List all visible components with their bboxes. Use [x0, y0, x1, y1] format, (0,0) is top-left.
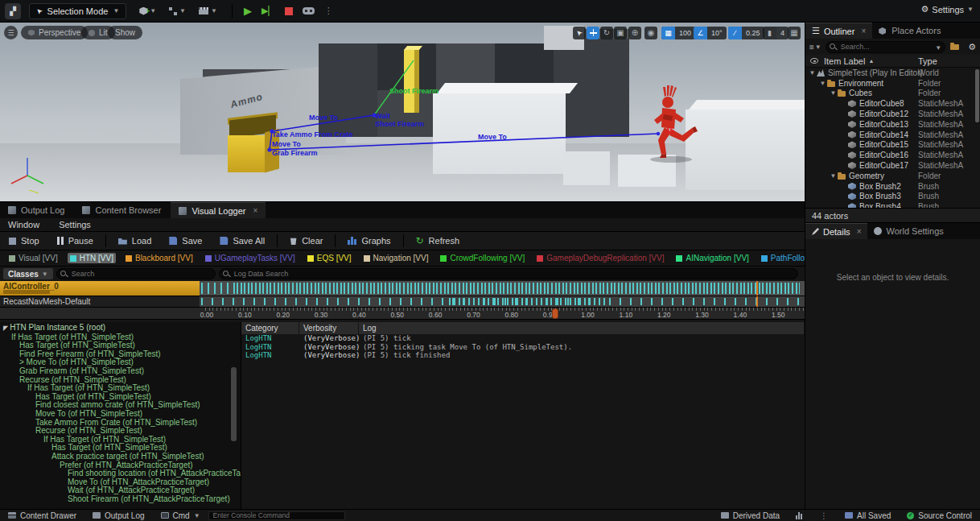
- col-log[interactable]: Log: [359, 322, 805, 334]
- category-toggle[interactable]: HTN [VV]: [68, 253, 116, 263]
- timeline-playhead[interactable]: [756, 296, 758, 307]
- editor-settings-dropdown[interactable]: ⚙ Settings ▼: [920, 4, 974, 14]
- show-dropdown[interactable]: Show: [108, 26, 142, 39]
- outliner-row[interactable]: ▼GeometryFolder: [805, 171, 980, 181]
- outliner-row[interactable]: ▼EnvironmentFolder: [805, 78, 980, 89]
- outliner-filter-button[interactable]: ≡▼: [808, 43, 823, 52]
- outliner-row[interactable]: EditorCube8StaticMeshA: [805, 98, 980, 109]
- stop-button[interactable]: Stop: [0, 232, 48, 250]
- surface-snap-button[interactable]: ◉: [644, 27, 657, 39]
- camera-speed-control[interactable]: ▮ 4: [763, 27, 789, 39]
- outliner-row[interactable]: EditorCube16StaticMeshA: [805, 150, 980, 160]
- source-control-button[interactable]: ✓ Source Control: [899, 510, 980, 521]
- derived-data-button[interactable]: Derived Data: [713, 510, 788, 521]
- cinematics-button[interactable]: ▼: [199, 7, 217, 14]
- category-toggle[interactable]: AINavigation [VV]: [673, 253, 751, 263]
- tab-world-settings[interactable]: World Settings: [867, 223, 949, 239]
- expander-icon[interactable]: ▼: [809, 69, 816, 76]
- htn-plan-node[interactable]: Shoot Firearm (of HTN_AttackPracticeTarg…: [0, 495, 241, 504]
- maximize-viewport-button[interactable]: ▦: [788, 27, 801, 39]
- expander-icon[interactable]: ▼: [819, 80, 826, 87]
- timeline-row-aicontroller[interactable]: AIController_0: [0, 281, 805, 296]
- outliner-row[interactable]: EditorCube13StaticMeshA: [805, 119, 980, 130]
- play-options-kebab[interactable]: ⋮: [324, 6, 334, 16]
- play-button[interactable]: ▶: [244, 6, 252, 16]
- tab-details[interactable]: Details ×: [805, 223, 867, 239]
- select-tool-button[interactable]: ➤: [573, 27, 586, 39]
- menu-settings[interactable]: Settings: [59, 220, 91, 229]
- scale-snap-control[interactable]: ∕ 0.25: [728, 27, 764, 39]
- load-button[interactable]: Load: [109, 232, 160, 250]
- tab-content-browser[interactable]: Content Browser: [74, 202, 169, 218]
- graphs-button[interactable]: Graphs: [339, 232, 399, 250]
- time-ruler[interactable]: 0.000.100.200.300.400.500.600.700.800.90…: [0, 308, 805, 320]
- move-tool-button[interactable]: [587, 27, 599, 39]
- category-toggle[interactable]: GameplayDebugReplication [VV]: [534, 253, 666, 263]
- add-actor-button[interactable]: + ▼: [139, 6, 156, 15]
- rotation-snap-control[interactable]: ∠ 10°: [694, 27, 727, 39]
- classes-filter-dropdown[interactable]: Classes ▼: [3, 268, 53, 279]
- close-icon[interactable]: ×: [857, 227, 862, 236]
- category-toggle[interactable]: Navigation [VV]: [361, 253, 431, 263]
- refresh-button[interactable]: ↻Refresh: [407, 232, 469, 250]
- selection-mode-dropdown[interactable]: ➤ Selection Mode ▼: [29, 3, 126, 19]
- time-scrubber[interactable]: [552, 308, 558, 319]
- outliner-row[interactable]: EditorCube12StaticMeshA: [805, 109, 980, 119]
- outliner-row[interactable]: Box Brush3Brush: [805, 192, 980, 202]
- console-command-input[interactable]: [208, 511, 345, 520]
- level-viewport[interactable]: AmmoShoot FirearmMove ToWaitShoot Firear…: [0, 23, 805, 201]
- category-toggle[interactable]: UGameplayTasks [VV]: [203, 253, 298, 263]
- viewport-options-button[interactable]: ☰: [4, 26, 18, 39]
- timeline-row-recastnavmesh[interactable]: RecastNavMesh-Default: [0, 296, 805, 308]
- outliner-row[interactable]: ▼SimpleTest (Play In Editor)World: [805, 68, 980, 78]
- rotate-tool-button[interactable]: ↻: [600, 27, 613, 39]
- status-kebab[interactable]: ⋮: [812, 510, 837, 521]
- log-row[interactable]: LogHTN(VeryVerbose)(PI 5) ticking task M…: [241, 343, 805, 352]
- frame-skip-button[interactable]: ▶: [261, 6, 275, 15]
- timeline-playhead[interactable]: [756, 281, 758, 296]
- blueprints-button[interactable]: ▼: [169, 7, 186, 15]
- grid-snap-control[interactable]: ▦ 100: [661, 27, 695, 39]
- expander-icon[interactable]: ▼: [830, 89, 837, 97]
- type-column-header[interactable]: Type: [918, 56, 937, 66]
- cmd-dropdown[interactable]: Cmd ▼: [153, 510, 208, 521]
- expander-icon[interactable]: ◤: [3, 325, 8, 332]
- expander-icon[interactable]: ▼: [830, 172, 837, 180]
- category-toggle[interactable]: CrowdFollowing [VV]: [438, 253, 527, 263]
- eject-gamepad-button[interactable]: [303, 7, 315, 14]
- tab-output-log[interactable]: Output Log: [0, 202, 72, 218]
- outliner-row[interactable]: ▼CubesFolder: [805, 89, 980, 99]
- close-icon[interactable]: ×: [861, 27, 866, 35]
- all-saved-button[interactable]: All Saved: [837, 510, 899, 521]
- perspective-dropdown[interactable]: Perspective: [21, 26, 88, 39]
- category-toggle[interactable]: Visual [VV]: [6, 253, 60, 263]
- save-all-button[interactable]: Save All: [211, 232, 274, 250]
- outliner-row[interactable]: EditorCube14StaticMeshA: [805, 130, 980, 140]
- item-label-column-header[interactable]: Item Label: [824, 56, 865, 66]
- pause-button[interactable]: Pause: [48, 232, 102, 250]
- col-verbosity[interactable]: Verbosity: [299, 322, 359, 334]
- category-toggle[interactable]: Blackboard [VV]: [123, 253, 196, 263]
- menu-window[interactable]: Window: [8, 220, 39, 229]
- outliner-row[interactable]: EditorCube15StaticMeshA: [805, 140, 980, 151]
- content-drawer-button[interactable]: Content Drawer: [0, 510, 84, 521]
- tab-place-actors[interactable]: Place Actors: [872, 23, 947, 39]
- create-folder-button[interactable]: [948, 42, 964, 52]
- close-icon[interactable]: ×: [253, 206, 257, 215]
- category-toggle[interactable]: EQS [VV]: [305, 253, 354, 263]
- stop-pie-button[interactable]: [285, 7, 293, 15]
- timeline-search-input[interactable]: [56, 268, 216, 279]
- outliner-search-input[interactable]: [826, 41, 945, 53]
- outliner-settings-button[interactable]: ⚙: [966, 42, 978, 52]
- log-row[interactable]: LogHTN(VeryVerbose)(PI 5) tick finished: [241, 351, 805, 360]
- visibility-column-icon[interactable]: [810, 58, 818, 64]
- unreal-logo-icon[interactable]: ▞: [5, 3, 21, 19]
- tab-visual-logger[interactable]: Visual Logger×: [171, 202, 266, 218]
- timeline-track[interactable]: [200, 296, 805, 308]
- save-button[interactable]: Save: [160, 232, 211, 250]
- log-row[interactable]: LogHTN(VeryVerbose)(PI 5) tick: [241, 334, 805, 343]
- category-toggle[interactable]: PathFollowing [VV]: [759, 253, 805, 263]
- output-log-button[interactable]: Output Log: [84, 510, 152, 521]
- outliner-row[interactable]: Box Brush2Brush: [805, 181, 980, 192]
- log-data-search-input[interactable]: [219, 268, 798, 279]
